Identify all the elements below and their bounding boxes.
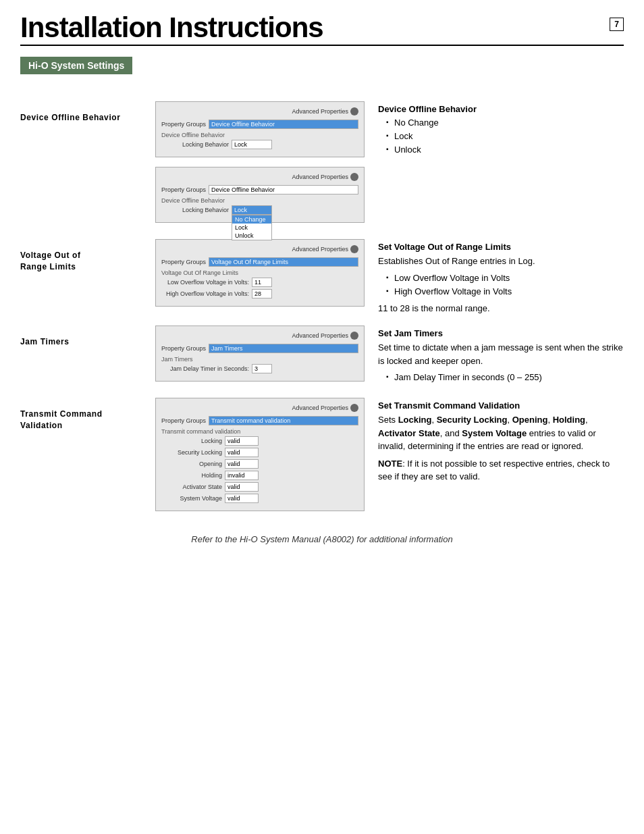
note-label: NOTE [378,459,402,469]
panel1-device-offline-field-label: Device Offline Behavior [161,132,358,138]
voltage-low-label: Low Overflow Voltage in Volts: [161,279,249,286]
transmit-label: Transmit Command Validation [20,409,155,432]
device-offline-bullets: No Change Lock Unlock [378,117,624,157]
transmit-adv-props: Advanced Properties [292,404,358,412]
transmit-desc-title: Set Transmit Command Validation [378,400,624,411]
transmit-field-security-locking: Security Locking valid [161,448,358,457]
voltage-pg-label: Property Groups [161,259,206,265]
panel1-locking-select[interactable]: Lock [232,140,272,149]
dropdown-option-lock[interactable]: Lock [232,224,271,232]
transmit-adv-props-label: Advanced Properties [292,405,348,411]
voltage-adv-props: Advanced Properties [292,245,358,253]
device-offline-desc-title: Device Offline Behavior [378,104,624,114]
device-offline-description: Device Offline Behavior No Change Lock U… [378,101,624,232]
voltage-adv-props-label: Advanced Properties [292,246,348,253]
voltage-section: Voltage Out of Range Limits Advanced Pro… [20,239,624,319]
voltage-low-input[interactable] [252,278,272,287]
voltage-label: Voltage Out of Range Limits [20,250,155,273]
gear-icon-1[interactable] [350,107,358,115]
panel2-pg-label: Property Groups [161,186,206,193]
voltage-bullet-high: High Overflow Voltage in Volts [386,286,624,298]
transmit-security-select[interactable]: valid [225,448,259,457]
voltage-intro: Establishes Out of Range entries in Log. [378,255,624,268]
transmit-opening-select[interactable]: valid [225,459,259,469]
transmit-field-opening: Opening valid [161,459,358,469]
jam-timers-label-cell: Jam Timers [20,325,155,391]
panel2-locking-row: Locking Behavior Lock No Change Lock Unl… [161,205,358,215]
jam-pg-label: Property Groups [161,345,206,352]
voltage-bullet-low: Low Overflow Voltage in Volts [386,272,624,284]
transmit-panel: Advanced Properties Property Groups Tran… [155,398,365,511]
transmit-opening-label: Opening [161,461,222,467]
transmit-label-cell: Transmit Command Validation [20,398,155,521]
bold-system-voltage: System Voltage [462,428,527,438]
gear-icon-2[interactable] [350,173,358,181]
voltage-panel-top: Advanced Properties [161,245,358,253]
dropdown-option-nochange[interactable]: No Change [232,215,271,224]
panel2-device-offline-field-label: Device Offline Behavior [161,197,358,204]
footer-note: Refer to the Hi-O System Manual (A8002) … [20,534,624,544]
transmit-panel-top: Advanced Properties [161,404,358,412]
transmit-section: Transmit Command Validation Advanced Pro… [20,398,624,521]
panel2-pg-select[interactable]: Device Offline Behavior [209,185,358,194]
jam-adv-props: Advanced Properties [292,332,358,340]
panel1-pg-label: Property Groups [161,121,206,128]
transmit-pg-label: Property Groups [161,417,206,424]
adv-props-1: Advanced Properties [292,107,358,115]
transmit-pg-select[interactable]: Transmit command validation [209,416,358,425]
voltage-high-input[interactable] [252,289,272,298]
jam-pg-row: Property Groups Jam Timers [161,344,358,353]
panel2-property-groups-row: Property Groups Device Offline Behavior [161,185,358,194]
voltage-desc-title: Set Voltage Out of Range Limits [378,242,624,252]
transmit-field-holding: Holding invalid [161,471,358,480]
panel1-locking-row: Locking Behavior Lock [161,140,358,149]
transmit-body: Sets Locking, Security Locking, Opening,… [378,413,624,453]
voltage-gear-icon[interactable] [350,245,358,253]
bold-holding: Holding [553,415,585,425]
jam-adv-props-label: Advanced Properties [292,332,348,339]
jam-pg-select[interactable]: Jam Timers [209,344,358,353]
panel2-locking-select[interactable]: Lock [232,205,272,215]
voltage-note: 11 to 28 is the normal range. [378,302,624,315]
panel1-pg-select[interactable]: Device Offline Behavior [209,120,358,129]
jam-bullets: Jam Delay Timer in seconds (0 – 255) [378,371,624,384]
dropdown-option-unlock[interactable]: Unlock [232,232,271,240]
device-offline-panel-2: Advanced Properties Property Groups Devi… [155,167,365,223]
jam-body: Set time to dictate when a jam message i… [378,341,624,367]
panel2-dropdown-container: Lock No Change Lock Unlock [232,205,272,215]
panel1-locking-label: Locking Behavior [161,141,229,148]
jam-timers-label: Jam Timers [20,336,155,348]
panel1-top: Advanced Properties [161,107,358,115]
jam-delay-input[interactable] [252,364,272,373]
transmit-sysvoltage-select[interactable]: valid [225,494,259,503]
transmit-activator-select[interactable]: valid [225,482,259,492]
transmit-security-label: Security Locking [161,449,222,456]
jam-delay-label: Jam Delay Timer in Seconds: [161,365,249,372]
dropdown-open: No Change Lock Unlock [232,215,272,240]
jam-timers-section: Jam Timers Advanced Properties Property … [20,325,624,391]
transmit-note: NOTE: If it is not possible to set respe… [378,457,624,484]
device-offline-label-cell: Device Offline Behavior [20,101,155,232]
voltage-label-cell: Voltage Out of Range Limits [20,239,155,319]
transmit-locking-select[interactable]: valid [225,436,259,446]
adv-props-label-1: Advanced Properties [292,108,348,115]
jam-bullet-delay: Jam Delay Timer in seconds (0 – 255) [386,371,624,384]
transmit-pg-row: Property Groups Transmit command validat… [161,416,358,425]
transmit-panel-cell: Advanced Properties Property Groups Tran… [155,398,365,521]
transmit-field-activator: Activator State valid [161,482,358,492]
voltage-pg-select[interactable]: Voltage Out Of Range Limits [209,257,358,267]
device-offline-label: Device Offline Behavior [20,112,155,124]
jam-panel-top: Advanced Properties [161,332,358,340]
transmit-sysvoltage-label: System Voltage [161,495,222,502]
transmit-holding-select[interactable]: invalid [225,471,259,480]
voltage-high-row: High Overflow Voltage in Volts: [161,289,358,298]
bold-activator: Activator State [378,428,440,438]
transmit-gear-icon[interactable] [350,404,358,412]
adv-props-label-2: Advanced Properties [292,174,348,180]
jam-gear-icon[interactable] [350,332,358,340]
device-offline-section: Device Offline Behavior Advanced Propert… [20,101,624,232]
voltage-panel: Advanced Properties Property Groups Volt… [155,239,365,307]
jam-desc-title: Set Jam Timers [378,328,624,338]
bold-opening: Opening [512,415,548,425]
transmit-field-locking: Locking valid [161,436,358,446]
